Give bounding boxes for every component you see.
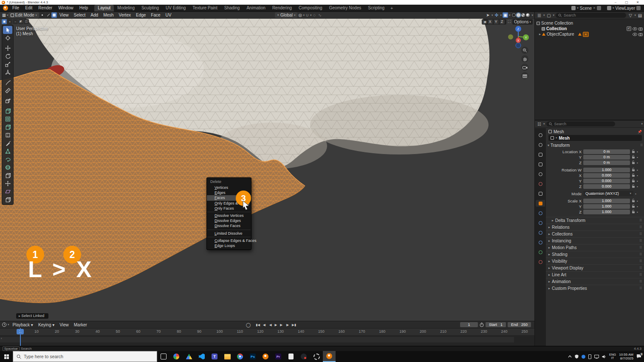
- tool-scale[interactable]: [3, 60, 12, 68]
- lock-icon[interactable]: [632, 184, 635, 189]
- playhead-line[interactable]: [20, 328, 21, 346]
- 3d-viewport[interactable]: ▣ + − ◩ ◫ ▣ X Y Z ⛶ Options ▾ User Persp…: [0, 19, 534, 321]
- network-icon[interactable]: [594, 355, 599, 359]
- taskbar-app-photos[interactable]: [170, 351, 183, 362]
- menu-render[interactable]: Render: [35, 5, 55, 11]
- animate-dot-icon[interactable]: •: [637, 174, 638, 177]
- rendered-shading-icon[interactable]: [526, 13, 530, 17]
- panel-grip-icon[interactable]: ⠿: [639, 232, 642, 236]
- lock-icon[interactable]: [632, 210, 635, 214]
- onedrive-icon[interactable]: [582, 355, 585, 359]
- workspace-tab-sculpting[interactable]: Sculpting: [138, 5, 162, 11]
- mirror-y-button[interactable]: Y: [494, 20, 499, 24]
- language-indicator[interactable]: ENG IT: [609, 353, 616, 360]
- collection-checkbox-icon[interactable]: ✓: [627, 26, 631, 31]
- animate-dot-icon[interactable]: •: [637, 205, 638, 208]
- defender-icon[interactable]: [575, 354, 579, 359]
- value-field-z[interactable]: 1.000: [583, 210, 630, 214]
- timeline-ruler[interactable]: 1 10203040506070809010011012013014015016…: [0, 328, 534, 336]
- panel-grip-icon[interactable]: ⠿: [639, 246, 642, 250]
- taskbar-app-chrome[interactable]: [234, 351, 246, 362]
- previous-frame-button[interactable]: ◀: [268, 323, 273, 327]
- workspace-tab-scripting[interactable]: Scripting: [364, 5, 388, 11]
- lock-icon[interactable]: [632, 179, 635, 183]
- properties-tab-modifiers[interactable]: [536, 210, 545, 216]
- tool-transform[interactable]: [3, 68, 12, 76]
- animate-dot-icon[interactable]: •: [637, 155, 638, 159]
- toggle-xray-icon[interactable]: ▣: [503, 12, 508, 18]
- scene-pin-icon[interactable]: ✕: [593, 6, 596, 10]
- workspace-tab-texture-paint[interactable]: Texture Paint: [189, 5, 220, 11]
- panel-instancing[interactable]: ▸Instancing⠿: [546, 237, 644, 244]
- play-button[interactable]: ▶: [274, 323, 278, 327]
- properties-search-input[interactable]: Search: [546, 121, 615, 126]
- transform-panel-header[interactable]: ▾ Transform ⠿: [546, 142, 644, 149]
- tool-annotate[interactable]: [3, 79, 12, 87]
- navigation-gizmo[interactable]: Z Y X: [506, 25, 530, 48]
- tool-extrude-region[interactable]: [3, 107, 12, 115]
- panel-visibility[interactable]: ▸Visibility⠿: [546, 258, 644, 264]
- previous-keyframe-button[interactable]: ◀∙: [262, 323, 267, 327]
- properties-editor-icon[interactable]: ☷: [537, 121, 542, 127]
- context-menu-item-dissolve-vertices[interactable]: Dissolve Vertices: [207, 213, 251, 218]
- select-invert-option[interactable]: ◩: [18, 19, 23, 24]
- breadcrumb-object[interactable]: Mesh: [554, 129, 564, 134]
- clock-indicator[interactable]: 10:55 AM 8/7/2025: [619, 353, 633, 360]
- panel-grip-icon[interactable]: ⠿: [639, 239, 642, 243]
- taskbar-app-blender[interactable]: [259, 351, 272, 362]
- properties-tab-output[interactable]: [536, 151, 545, 158]
- taskbar-app-photoshop[interactable]: Ps: [246, 351, 259, 362]
- wireframe-shading-icon[interactable]: [512, 13, 516, 17]
- next-keyframe-button[interactable]: ∙▶: [285, 323, 290, 327]
- lock-icon[interactable]: [632, 173, 635, 178]
- disable-render-camera-icon[interactable]: [638, 27, 643, 31]
- panel-grip-icon[interactable]: ⠿: [639, 280, 642, 283]
- timeline-menu-marker[interactable]: Marker: [71, 323, 90, 327]
- outliner-display-mode-icon[interactable]: ☰: [537, 13, 542, 18]
- select-intersect-option[interactable]: ◫: [24, 19, 29, 24]
- operator-panel[interactable]: ▸ Select Linked: [16, 313, 48, 319]
- taskbar-app-task-view[interactable]: [157, 351, 170, 362]
- jump-to-start-button[interactable]: ▮◀: [255, 323, 261, 327]
- tool-bevel[interactable]: [3, 123, 12, 131]
- start-button[interactable]: [0, 351, 13, 362]
- viewport-menu-add[interactable]: Add: [88, 13, 101, 17]
- outliner-filter-icon[interactable]: ▽: [627, 13, 633, 18]
- panel-grip-icon[interactable]: ⠿: [639, 225, 642, 229]
- lock-icon[interactable]: [632, 168, 635, 172]
- lock-icon[interactable]: [632, 204, 635, 209]
- menu-file[interactable]: File: [9, 5, 22, 11]
- properties-tab-material[interactable]: [536, 258, 545, 265]
- solid-shading-icon[interactable]: [517, 13, 520, 17]
- properties-tab-scene[interactable]: [536, 171, 545, 177]
- properties-tab-particles[interactable]: [536, 219, 545, 226]
- panel-delta-transform[interactable]: ▸Delta Transform⠿: [546, 217, 644, 224]
- auto-keying-icon[interactable]: ◯: [246, 322, 251, 328]
- value-field-z[interactable]: 0.000: [583, 184, 630, 189]
- mirror-z-button[interactable]: Z: [500, 20, 505, 24]
- animate-dot-icon[interactable]: •: [637, 185, 638, 188]
- camera-view-icon[interactable]: [521, 64, 528, 71]
- context-menu-item-edge-loops[interactable]: Edge Loops: [207, 243, 251, 248]
- context-menu-item-collapse-edges-faces[interactable]: Collapse Edges & Faces: [207, 238, 251, 243]
- value-field-y[interactable]: 0.000: [583, 179, 630, 183]
- scene-name[interactable]: Scene: [580, 6, 592, 11]
- timeline-editor-icon[interactable]: [2, 322, 7, 327]
- timeline-menu-keying[interactable]: Keying ▾: [36, 323, 57, 327]
- workspace-tab-compositing[interactable]: Compositing: [295, 5, 326, 11]
- pan-hand-icon[interactable]: [521, 55, 528, 62]
- panel-custom-properties[interactable]: ▸Custom Properties⠿: [546, 285, 644, 292]
- current-frame-field[interactable]: 1: [460, 322, 478, 327]
- lock-icon[interactable]: [632, 199, 635, 203]
- hide-eye-icon[interactable]: [633, 27, 637, 31]
- timeline-menu-view[interactable]: View: [57, 323, 71, 327]
- rotation-mode-dropdown[interactable]: Quaternion (WXYZ)▾: [583, 191, 633, 196]
- properties-tab-constraints[interactable]: [536, 239, 545, 246]
- tool-smooth[interactable]: [3, 163, 12, 171]
- value-field-y[interactable]: 1.000: [583, 204, 630, 209]
- next-frame-button[interactable]: ▶: [279, 323, 283, 327]
- end-frame-field[interactable]: End 250: [508, 322, 531, 327]
- proportional-editing-icon[interactable]: ◌: [311, 12, 317, 18]
- context-menu-item-dissolve-faces[interactable]: Dissolve Faces: [207, 223, 251, 228]
- timeline-tracks[interactable]: ‹: [0, 336, 534, 347]
